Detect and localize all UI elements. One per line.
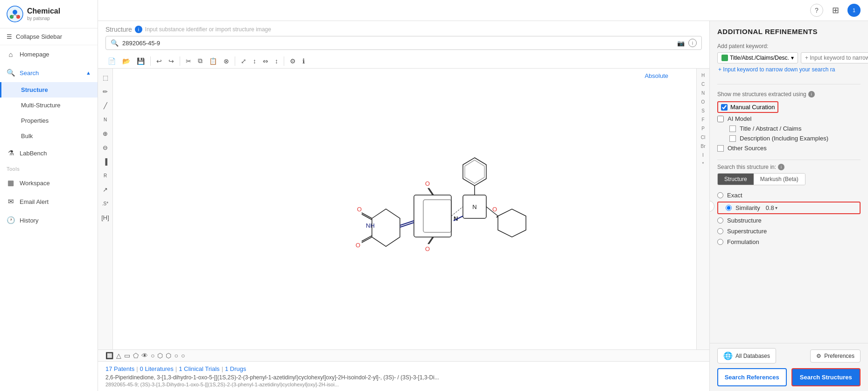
toolbar-copy[interactable]: ⧉	[196, 56, 205, 66]
element-C[interactable]: C	[701, 80, 705, 88]
toolbar-new[interactable]: 📄	[105, 56, 118, 66]
shape-hex2[interactable]: ⬡	[166, 352, 171, 359]
tab-markush[interactable]: Markush (Beta)	[754, 174, 805, 185]
search-submenu: Structure Multi-Structure Properties Bul…	[0, 82, 98, 144]
toolbar-save[interactable]: 💾	[134, 56, 147, 66]
zoom-out-tool[interactable]: ⊖	[99, 141, 112, 154]
patents-link[interactable]: 17 Patents	[105, 365, 134, 372]
sidebar-item-history[interactable]: 🕐 History	[0, 211, 98, 230]
element-S[interactable]: S	[701, 107, 705, 115]
canvas-mode-label: Absolute	[644, 72, 668, 79]
shape-oval2[interactable]: ○	[181, 352, 185, 359]
element-H[interactable]: H	[701, 71, 705, 79]
shape-circle[interactable]: ○	[151, 352, 154, 359]
drugs-link[interactable]: 1 Drugs	[225, 365, 246, 372]
sidebar-item-multi-structure[interactable]: Multi-Structure	[0, 98, 98, 113]
sidebar-item-search[interactable]: 🔍 Search ▲	[0, 63, 98, 82]
bond-tool[interactable]: ╱	[99, 99, 112, 112]
toolbar-paste[interactable]: 📋	[207, 56, 219, 66]
all-databases-button[interactable]: 🌐 All Databases	[717, 348, 776, 363]
history-icon: 🕐	[7, 216, 15, 224]
shape-square[interactable]: ▭	[124, 352, 130, 359]
title-abstract-checkbox[interactable]	[729, 126, 736, 132]
exact-radio-row: Exact	[710, 190, 868, 201]
sidebar-item-labBench[interactable]: ⚗ LabBench	[0, 144, 98, 162]
lasso-tool[interactable]: ✏	[99, 85, 112, 98]
help-icon-button[interactable]: ?	[810, 4, 823, 17]
toolbar-flip[interactable]: ↕	[273, 56, 280, 66]
literatures-link[interactable]: 0 Literatures	[140, 365, 174, 372]
superstructure-radio[interactable]	[717, 228, 723, 234]
element-N[interactable]: N	[701, 89, 705, 97]
keyword-add-button[interactable]: + Input keyword to narrow down your sear…	[717, 66, 861, 73]
description-checkbox[interactable]	[729, 135, 736, 142]
element-P[interactable]: P	[701, 125, 705, 133]
manual-curation-checkbox[interactable]	[721, 104, 728, 111]
toolbar-open[interactable]: 📂	[120, 56, 133, 66]
sidebar-item-bulk[interactable]: Bulk	[0, 128, 98, 144]
sidebar-item-homepage[interactable]: ⌂ Homepage	[0, 45, 98, 63]
keyword-text-input[interactable]	[801, 52, 868, 63]
shape-template[interactable]: 🔲	[105, 352, 113, 359]
sgroup-tool[interactable]: ▐	[99, 155, 112, 168]
structure-search-input[interactable]	[122, 40, 673, 47]
text-tool[interactable]: .S*	[99, 197, 112, 209]
element-O[interactable]: O	[701, 98, 705, 106]
toolbar-align-h[interactable]: ⇔	[260, 56, 271, 66]
rgroup-tool[interactable]: R	[99, 169, 112, 182]
similarity-radio[interactable]	[726, 205, 732, 211]
sidebar-item-workspace[interactable]: ▦ Workspace	[0, 174, 98, 192]
shape-oval1[interactable]: ○	[174, 352, 178, 359]
shape-hex1[interactable]: ⬡	[157, 352, 163, 359]
structure-canvas[interactable]: Absolute N	[113, 69, 696, 349]
search-info-button[interactable]: i	[688, 39, 697, 47]
formulation-radio[interactable]	[717, 239, 723, 245]
collapse-sidebar-button[interactable]: ☰ Collapse Sidebar	[0, 28, 98, 45]
notification-badge[interactable]: 1	[847, 4, 861, 17]
toolbar-cut[interactable]: ✂	[183, 56, 194, 66]
element-I[interactable]: I	[702, 151, 704, 159]
bracket-tool[interactable]: [H]	[99, 211, 112, 223]
toolbar-settings[interactable]: ⚙	[287, 56, 298, 66]
search-references-button[interactable]: Search References	[717, 368, 787, 386]
shape-pentagon[interactable]: ⬠	[133, 352, 139, 359]
trials-link[interactable]: 1 Clinical Trials	[179, 365, 219, 372]
element-Br[interactable]: Br	[701, 142, 706, 150]
toolbar-info[interactable]: ℹ	[300, 56, 307, 66]
toolbar-delete[interactable]: ⊗	[221, 56, 231, 66]
shape-triangle[interactable]: △	[116, 352, 121, 359]
preferences-button[interactable]: ⚙ Preferences	[810, 349, 861, 363]
toolbar-undo[interactable]: ↩	[154, 56, 164, 66]
labBench-label: LabBench	[20, 150, 47, 157]
toolbar-zoom-fit[interactable]: ⤢	[238, 56, 249, 66]
atom-tool[interactable]: N	[99, 113, 112, 126]
keyword-field-label: Title/Abst./Claims/Desc.	[730, 55, 789, 61]
element-other[interactable]: *	[702, 160, 704, 168]
toolbar-redo[interactable]: ↪	[166, 56, 176, 66]
svg-marker-6	[463, 158, 486, 186]
element-F[interactable]: F	[701, 116, 704, 124]
stereo-tool[interactable]: ↗	[99, 183, 112, 196]
other-sources-row: Other Sources	[717, 143, 861, 153]
apps-icon-button[interactable]: ⊞	[829, 4, 842, 17]
shape-hand[interactable]: 👁	[141, 352, 148, 359]
svg-text:O: O	[492, 206, 497, 213]
search-structures-button[interactable]: Search Structures	[791, 368, 861, 386]
tab-structure[interactable]: Structure	[718, 174, 754, 185]
element-Cl[interactable]: Cl	[701, 133, 705, 141]
zoom-in-tool[interactable]: ⊕	[99, 127, 112, 140]
toolbar-align-v[interactable]: ↕	[251, 56, 259, 66]
camera-icon[interactable]: 📷	[677, 40, 685, 47]
sidebar-item-properties[interactable]: Properties	[0, 113, 98, 128]
sidebar-item-structure[interactable]: Structure	[0, 82, 98, 98]
svg-text:O: O	[425, 180, 430, 187]
sidebar-item-email-alert[interactable]: ✉ Email Alert	[0, 192, 98, 211]
exact-radio[interactable]	[717, 192, 723, 198]
other-sources-checkbox[interactable]	[717, 145, 724, 152]
similarity-value-control[interactable]: 0.8 ▾	[766, 204, 777, 211]
substructure-radio[interactable]	[717, 217, 723, 223]
panel-toggle-button[interactable]: ›	[709, 201, 714, 212]
keyword-field-select[interactable]: Title/Abst./Claims/Desc. ▾	[717, 52, 798, 63]
select-tool[interactable]: ⬚	[99, 71, 112, 84]
ai-model-checkbox[interactable]	[717, 116, 724, 122]
